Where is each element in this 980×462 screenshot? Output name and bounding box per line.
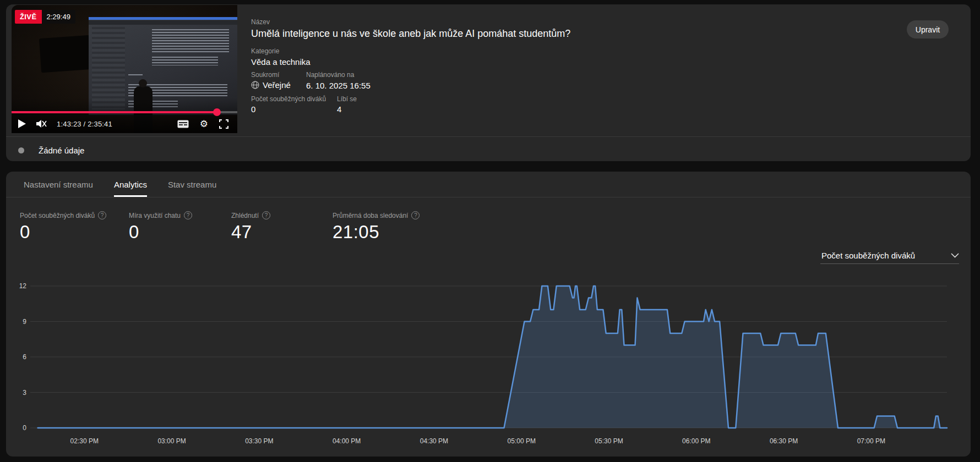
video-progress-bar[interactable] [12,111,237,113]
scheduled-label: Naplánováno na [306,71,354,79]
help-icon[interactable]: ? [98,211,106,219]
tab-nastaven-streamu[interactable]: Nastavení streamu [24,172,93,197]
privacy-value: Veřejné [251,80,291,90]
video-speaker-box [39,35,92,73]
svg-text:03:00 PM: 03:00 PM [157,437,186,445]
live-badge: ŽIVĚ [15,10,42,24]
svg-text:3: 3 [23,389,26,397]
tab-stav-streamu[interactable]: Stav streamu [168,172,216,197]
svg-text:06:30 PM: 06:30 PM [770,437,798,445]
player-controls: 1:43:23 / 2:35:41 ⚙ [12,114,237,133]
video-player[interactable]: ŽIVĚ 2:29:49 1:43:23 [12,5,237,133]
svg-text:02:30 PM: 02:30 PM [70,437,99,445]
svg-text:05:00 PM: 05:00 PM [508,437,536,445]
time-display: 1:43:23 / 2:35:41 [57,120,112,128]
concurrent-viewers-value: 0 [251,105,255,114]
help-icon[interactable]: ? [184,211,192,219]
elapsed-time-chip: 2:29:49 [42,10,75,24]
metrics-row: Počet souběžných diváků?0Míra využití ch… [20,211,487,243]
tab-analytics[interactable]: Analytics [114,172,147,197]
metric-selector[interactable]: Počet souběžných diváků [820,248,959,264]
panel-divider [6,136,971,137]
metric-card: Zhlédnutí?47 [231,211,333,243]
metric-value: 47 [231,222,333,243]
stream-title: Umělá inteligence u nás ve škole aneb ja… [251,28,570,40]
chevron-down-icon [951,253,959,258]
metric-card: Průměrná doba sledování?21:05 [333,211,487,243]
svg-text:07:00 PM: 07:00 PM [857,437,885,445]
metric-label: Průměrná doba sledování [333,212,408,219]
fullscreen-icon[interactable] [219,119,228,129]
likes-value: 4 [337,105,341,114]
metric-selector-value: Počet souběžných diváků [820,251,915,260]
no-data-row: Žádné údaje [6,140,84,161]
no-data-text: Žádné údaje [39,146,84,155]
youtube-studio-live-dashboard: ŽIVĚ 2:29:49 1:43:23 [0,0,980,462]
concurrent-viewers-label: Počet souběžných diváků [251,95,326,103]
globe-icon [251,81,259,89]
svg-text:0: 0 [23,424,26,432]
progress-played [12,111,217,113]
settings-gear-icon[interactable]: ⚙ [200,118,208,129]
privacy-label: Soukromí [251,71,279,79]
likes-label: Líbí se [337,95,357,103]
captions-icon[interactable] [177,120,189,128]
category-label: Kategorie [251,47,279,55]
svg-text:05:30 PM: 05:30 PM [595,437,623,445]
scheduled-value: 6. 10. 2025 16:55 [306,81,371,90]
metric-value: 0 [129,222,231,243]
metric-card: Míra využití chatu?0 [129,211,231,243]
metric-label: Zhlédnutí [231,212,259,219]
category-value: Věda a technika [251,57,311,67]
metric-card: Počet souběžných diváků?0 [20,211,129,243]
help-icon[interactable]: ? [411,211,420,219]
play-button[interactable] [18,119,26,128]
metric-label: Míra využití chatu [129,212,181,219]
title-label: Název [251,18,270,26]
help-icon[interactable]: ? [262,211,270,219]
stream-tabs: Nastavení streamuAnalyticsStav streamu [6,172,216,197]
svg-text:9: 9 [23,318,26,326]
stream-overview-panel: ŽIVĚ 2:29:49 1:43:23 [6,4,971,161]
mute-icon[interactable] [36,119,47,129]
metric-label: Počet souběžných diváků [20,212,95,219]
svg-text:04:00 PM: 04:00 PM [333,437,361,445]
status-dot-icon [18,147,24,153]
edit-button[interactable]: Upravit [907,20,949,38]
analytics-panel: 03691202:30 PM03:00 PM03:30 PM04:00 PM04… [6,172,971,457]
svg-text:12: 12 [19,282,27,290]
svg-text:6: 6 [23,353,26,361]
metric-value: 0 [20,222,129,243]
metric-value: 21:05 [333,222,487,243]
svg-text:03:30 PM: 03:30 PM [245,437,273,445]
svg-text:04:30 PM: 04:30 PM [420,437,448,445]
svg-text:06:00 PM: 06:00 PM [682,437,710,445]
